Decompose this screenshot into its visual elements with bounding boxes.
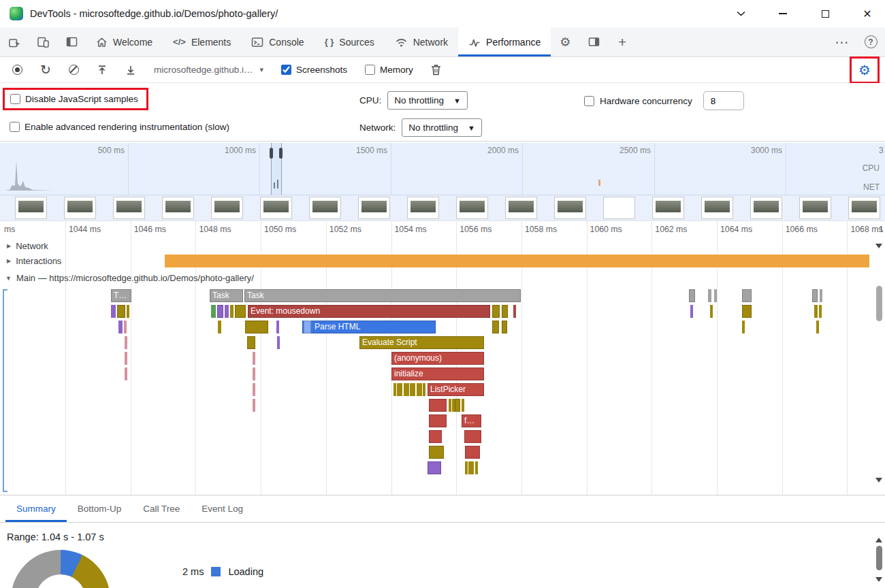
capture-settings-gear-icon[interactable]: ⚙ <box>858 62 871 78</box>
save-profile-icon[interactable] <box>125 65 136 76</box>
tab-welcome[interactable]: Welcome <box>86 27 163 56</box>
collapse-arrow-icon[interactable]: ▶ <box>7 243 11 249</box>
tab-network[interactable]: Network <box>385 27 458 56</box>
tab-bottom-up[interactable]: Bottom-Up <box>67 495 133 522</box>
flame-bar[interactable] <box>217 305 223 318</box>
flame-bar[interactable] <box>429 430 442 443</box>
disable-js-checkbox[interactable] <box>10 94 20 104</box>
screenshot-thumbnail[interactable] <box>554 197 586 219</box>
flame-bar[interactable] <box>247 336 255 349</box>
flame-bar[interactable] <box>253 352 255 365</box>
flame-bar[interactable] <box>393 383 396 396</box>
flame-bar[interactable]: f… <box>462 414 481 427</box>
flame-bar[interactable] <box>211 305 216 318</box>
settings-gear-icon[interactable]: ⚙ <box>551 27 579 56</box>
flame-bar[interactable]: Event: mousedown <box>248 305 490 318</box>
screenshot-thumbnail[interactable] <box>505 197 537 219</box>
maximize-button[interactable] <box>814 0 836 27</box>
flame-bar[interactable] <box>253 368 255 380</box>
flame-bar[interactable] <box>690 305 693 318</box>
tab-console[interactable]: Console <box>241 27 314 56</box>
add-panel-icon[interactable]: + <box>608 27 637 56</box>
advanced-rendering-checkbox[interactable] <box>10 122 20 132</box>
scroll-up-icon[interactable] <box>875 538 882 542</box>
screenshot-thumbnail[interactable] <box>603 197 635 219</box>
memory-checkbox[interactable] <box>365 65 375 75</box>
track-network[interactable]: ▶ Network <box>0 238 873 253</box>
flame-bar[interactable] <box>742 289 752 302</box>
flame-bar[interactable] <box>429 414 447 427</box>
scrollbar-thumb[interactable] <box>876 286 882 321</box>
flame-bar[interactable] <box>400 383 402 396</box>
flame-bar[interactable]: T… <box>111 289 131 302</box>
minimize-button[interactable] <box>772 0 794 27</box>
flame-bar[interactable] <box>413 383 415 396</box>
screenshot-thumbnail[interactable] <box>260 197 292 219</box>
selection-window-right-handle[interactable] <box>279 148 283 159</box>
flame-bar[interactable] <box>449 399 451 412</box>
flame-bar[interactable] <box>419 383 422 396</box>
flame-bar[interactable] <box>304 321 311 333</box>
flame-bar[interactable] <box>117 305 125 318</box>
flame-bar[interactable] <box>820 289 822 302</box>
flame-bar[interactable] <box>230 305 234 318</box>
flame-bar[interactable] <box>118 321 123 333</box>
flame-bar[interactable] <box>819 305 822 318</box>
flame-bar[interactable] <box>127 305 129 318</box>
flame-bar[interactable] <box>465 446 480 459</box>
flame-scrollbar[interactable] <box>873 238 885 495</box>
flame-bar[interactable] <box>502 321 507 333</box>
flame-bar[interactable] <box>710 305 713 318</box>
trash-icon[interactable] <box>431 64 441 76</box>
flame-bar[interactable] <box>464 430 481 443</box>
flame-bar[interactable]: ListPicker <box>428 383 484 396</box>
more-options-icon[interactable]: ⋯ <box>828 27 856 56</box>
screenshot-thumbnail[interactable] <box>799 197 831 219</box>
flame-bar[interactable] <box>125 336 127 349</box>
screenshot-thumbnail[interactable] <box>701 197 733 219</box>
flame-bar[interactable] <box>742 321 745 333</box>
screenshot-thumbnail[interactable] <box>113 197 145 219</box>
flame-bar[interactable] <box>111 305 116 318</box>
record-button[interactable] <box>12 65 22 75</box>
panel-layout-icon[interactable] <box>579 27 608 56</box>
screenshots-toggle[interactable]: Screenshots <box>281 65 347 75</box>
flame-bar[interactable] <box>235 305 246 318</box>
clear-recording-icon[interactable] <box>69 65 79 75</box>
track-main-header[interactable]: ▼ Main — https://microsoftedge.github.io… <box>0 269 873 287</box>
screenshot-thumbnail[interactable] <box>750 197 782 219</box>
memory-toggle[interactable]: Memory <box>365 65 413 75</box>
flame-bar[interactable]: initialize <box>391 368 484 380</box>
flame-bar[interactable] <box>429 446 444 459</box>
tab-sources[interactable]: { } Sources <box>315 27 385 56</box>
flame-bar[interactable] <box>276 321 279 333</box>
flame-bar[interactable]: (anonymous) <box>391 352 484 365</box>
flame-bar[interactable] <box>816 321 819 333</box>
flame-bar[interactable] <box>428 461 441 474</box>
flame-bar[interactable] <box>125 352 127 365</box>
flame-bar[interactable] <box>277 336 280 349</box>
dock-side-icon[interactable] <box>57 27 86 56</box>
advanced-rendering-toggle[interactable]: Enable advanced rendering instrumentatio… <box>10 122 229 132</box>
flame-bar[interactable] <box>462 399 464 412</box>
screenshot-thumbnail[interactable] <box>211 197 243 219</box>
flame-bar[interactable]: Parse HTML <box>302 321 436 333</box>
expand-arrow-icon[interactable]: ▼ <box>5 275 12 282</box>
collapse-arrow-icon[interactable]: ▶ <box>7 258 11 264</box>
history-dropdown[interactable]: microsoftedge.github.i… ▾ <box>154 65 263 75</box>
help-icon[interactable]: ? <box>856 27 885 56</box>
hardware-concurrency-checkbox[interactable] <box>584 96 594 106</box>
device-toolbar-icon[interactable] <box>29 27 57 56</box>
flame-chart[interactable]: T…TaskTaskEvent: mousedownParse HTMLEval… <box>0 287 872 494</box>
tab-performance[interactable]: Performance <box>458 27 551 56</box>
flame-bar[interactable] <box>406 383 409 396</box>
flame-bar[interactable] <box>253 383 255 396</box>
flame-bar[interactable] <box>253 399 255 412</box>
network-throttling-select[interactable]: No throttling ▼ <box>402 118 482 137</box>
summary-scrollbar[interactable] <box>873 524 885 588</box>
flame-bar[interactable] <box>465 461 468 474</box>
flame-bar[interactable] <box>742 305 752 318</box>
flame-bar[interactable] <box>492 321 499 333</box>
screenshot-thumbnail[interactable] <box>162 197 194 219</box>
close-button[interactable]: ✕ <box>856 0 878 27</box>
